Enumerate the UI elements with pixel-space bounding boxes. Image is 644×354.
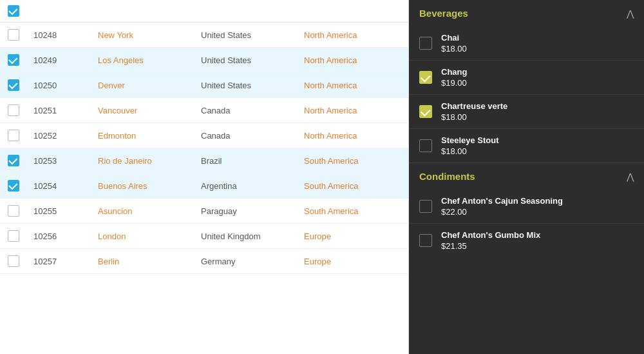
orders-table-panel: 10248 New York United States North Ameri…	[0, 0, 409, 354]
product-item[interactable]: Chang $19.00	[409, 61, 644, 95]
order-id: 10252	[33, 131, 98, 141]
product-info: Steeleye Stout $18.00	[441, 135, 499, 156]
row-checkbox[interactable]	[8, 255, 19, 267]
table-row[interactable]: 10254 Buenos Aires Argentina South Ameri…	[0, 173, 408, 199]
region: South America	[304, 206, 401, 216]
table-rows-container: 10248 New York United States North Ameri…	[0, 23, 408, 348]
city: New York	[98, 30, 201, 40]
product-name: Chef Anton's Gumbo Mix	[441, 230, 540, 240]
product-checkbox[interactable]	[419, 71, 432, 84]
product-name: Chartreuse verte	[441, 101, 507, 111]
table-row[interactable]: 10250 Denver United States North America	[0, 73, 408, 98]
row-checkbox[interactable]	[8, 155, 19, 166]
row-checkbox[interactable]	[8, 54, 19, 66]
city: Edmonton	[98, 131, 201, 141]
country: United Kingdom	[201, 231, 304, 241]
table-row[interactable]: 10251 Vancouver Canada North America	[0, 98, 408, 123]
country: Canada	[201, 131, 304, 141]
region: Europe	[304, 231, 401, 241]
category-title: Condiments	[419, 171, 475, 182]
city: Berlin	[98, 257, 201, 266]
order-id: 10255	[33, 206, 98, 216]
product-info: Chartreuse verte $18.00	[441, 101, 507, 122]
country: Brazil	[201, 156, 304, 166]
product-item[interactable]: Chef Anton's Gumbo Mix $21.35	[409, 224, 644, 257]
city: Buenos Aires	[98, 181, 201, 191]
row-checkbox[interactable]	[8, 104, 19, 116]
table-row[interactable]: 10249 Los Angeles United States North Am…	[0, 48, 408, 73]
table-row[interactable]: 10253 Rio de Janeiro Brazil South Americ…	[0, 148, 408, 173]
product-item[interactable]: Chef Anton's Cajun Seasoning $22.00	[409, 190, 644, 224]
product-item[interactable]: Steeleye Stout $18.00	[409, 129, 644, 162]
category-header[interactable]: Condiments ⋀	[409, 163, 644, 190]
order-id: 10250	[33, 81, 98, 90]
category-section: Condiments ⋀ Chef Anton's Cajun Seasonin…	[409, 163, 644, 257]
city: London	[98, 231, 201, 241]
country: United States	[201, 81, 304, 90]
country: Canada	[201, 106, 304, 115]
country: United States	[201, 30, 304, 40]
region: North America	[304, 81, 401, 90]
product-item[interactable]: Chai $18.00	[409, 26, 644, 61]
city: Rio de Janeiro	[98, 156, 201, 166]
country: Germany	[201, 257, 304, 266]
category-header[interactable]: Beverages ⋀	[409, 0, 644, 26]
city: Asuncion	[98, 206, 201, 216]
product-info: Chai $18.00	[441, 33, 467, 54]
products-sidebar: Beverages ⋀ Chai $18.00 Chang $19.00 Cha…	[409, 0, 644, 354]
chevron-up-icon: ⋀	[627, 172, 634, 182]
region: South America	[304, 181, 401, 191]
order-id: 10254	[33, 181, 98, 191]
country: Paraguay	[201, 206, 304, 216]
order-id: 10256	[33, 231, 98, 241]
table-row[interactable]: 10257 Berlin Germany Europe	[0, 249, 408, 274]
row-checkbox[interactable]	[8, 180, 19, 192]
order-id: 10253	[33, 156, 98, 166]
product-name: Chang	[441, 67, 467, 77]
product-name: Chai	[441, 33, 467, 43]
product-checkbox[interactable]	[419, 37, 432, 50]
table-row[interactable]: 10252 Edmonton Canada North America	[0, 123, 408, 148]
country: United States	[201, 55, 304, 65]
product-price: $22.00	[441, 207, 563, 217]
category-section: Beverages ⋀ Chai $18.00 Chang $19.00 Cha…	[409, 0, 644, 162]
row-checkbox[interactable]	[8, 230, 19, 242]
region: South America	[304, 156, 401, 166]
region: North America	[304, 131, 401, 141]
table-row[interactable]: 10256 London United Kingdom Europe	[0, 224, 408, 249]
row-checkbox[interactable]	[8, 79, 19, 91]
product-checkbox[interactable]	[419, 105, 432, 118]
country: Argentina	[201, 181, 304, 191]
product-info: Chef Anton's Gumbo Mix $21.35	[441, 230, 540, 251]
row-checkbox[interactable]	[8, 205, 19, 217]
order-id: 10249	[33, 55, 98, 65]
chevron-up-icon: ⋀	[627, 8, 634, 19]
select-all-checkbox[interactable]	[8, 5, 19, 17]
product-name: Steeleye Stout	[441, 135, 499, 145]
table-row[interactable]: 10255 Asuncion Paraguay South America	[0, 199, 408, 224]
product-info: Chang $19.00	[441, 67, 467, 88]
product-price: $18.00	[441, 146, 499, 156]
product-checkbox[interactable]	[419, 234, 432, 247]
product-checkbox[interactable]	[419, 139, 432, 152]
region: North America	[304, 30, 401, 40]
product-price: $18.00	[441, 112, 507, 122]
city: Los Angeles	[98, 55, 201, 65]
region: North America	[304, 106, 401, 115]
order-id: 10257	[33, 257, 98, 266]
city: Denver	[98, 81, 201, 90]
product-item[interactable]: Chartreuse verte $18.00	[409, 95, 644, 129]
row-checkbox[interactable]	[8, 130, 19, 141]
product-info: Chef Anton's Cajun Seasoning $22.00	[441, 196, 563, 217]
product-price: $21.35	[441, 241, 540, 251]
row-checkbox[interactable]	[8, 29, 19, 41]
product-name: Chef Anton's Cajun Seasoning	[441, 196, 563, 206]
product-price: $19.00	[441, 78, 467, 88]
product-price: $18.00	[441, 44, 467, 54]
category-title: Beverages	[419, 8, 468, 19]
order-id: 10251	[33, 106, 98, 115]
city: Vancouver	[98, 106, 201, 115]
region: North America	[304, 55, 401, 65]
table-row[interactable]: 10248 New York United States North Ameri…	[0, 23, 408, 48]
product-checkbox[interactable]	[419, 200, 432, 213]
